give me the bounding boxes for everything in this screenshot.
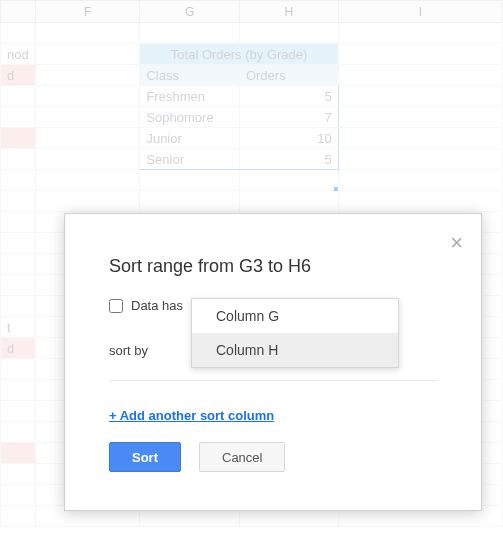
- sort-button[interactable]: Sort: [109, 442, 181, 472]
- cancel-button[interactable]: Cancel: [199, 442, 285, 472]
- divider: [109, 380, 437, 381]
- sort-column-dropdown[interactable]: Column G Column H: [191, 298, 399, 368]
- close-icon[interactable]: ×: [450, 232, 463, 254]
- sort-range-dialog: × Sort range from G3 to H6 Data has sort…: [64, 213, 482, 511]
- add-sort-column-link[interactable]: + Add another sort column: [109, 408, 274, 423]
- data-has-header-checkbox[interactable]: [109, 299, 123, 313]
- dropdown-option-column-h[interactable]: Column H: [192, 333, 398, 367]
- dropdown-option-column-g[interactable]: Column G: [192, 299, 398, 333]
- sortby-label: sort by: [109, 343, 148, 358]
- dialog-title: Sort range from G3 to H6: [109, 256, 311, 277]
- checkbox-label: Data has: [131, 298, 183, 313]
